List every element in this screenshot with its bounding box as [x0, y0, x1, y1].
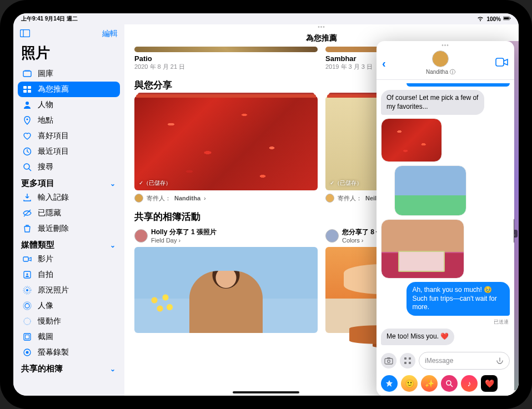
message-image[interactable]: [381, 219, 464, 279]
live-icon: [22, 285, 32, 295]
chevron-down-icon: ⌄: [110, 365, 116, 373]
svg-rect-7: [23, 86, 27, 89]
svg-rect-35: [409, 357, 411, 360]
edit-button[interactable]: 編輯: [102, 29, 118, 39]
appstore-app-icon[interactable]: [381, 375, 398, 392]
search-icon: [22, 162, 32, 172]
chevron-down-icon: ⌄: [110, 180, 116, 188]
imessage-app-strip: 🙂 ✨ ♪ ❤️: [377, 373, 514, 396]
foryou-icon: [22, 84, 32, 94]
sidebar-toggle-icon[interactable]: [20, 29, 30, 39]
sender-name: Neil: [365, 195, 377, 201]
svg-rect-8: [28, 86, 31, 89]
saved-badge: ✓（已儲存）: [139, 179, 171, 187]
portrait-icon: [22, 301, 32, 311]
sidebar-item-label: 原況照片: [38, 285, 69, 295]
message-bubble-out[interactable]: Ah, thank you so much! 🥹 Such fun trips—…: [406, 282, 510, 316]
back-button[interactable]: ‹: [382, 57, 386, 70]
svg-rect-9: [23, 90, 27, 93]
contact-header[interactable]: Nanditha ⓘ: [426, 51, 455, 76]
memory-date: 2020 年 8 月 21 日: [134, 63, 318, 71]
home-indicator[interactable]: [233, 391, 299, 393]
status-wifi-icon: [476, 16, 484, 22]
svg-rect-34: [404, 357, 406, 360]
sidebar-item-label: 影片: [38, 254, 53, 264]
app-title: 照片: [18, 43, 120, 66]
music-app-icon[interactable]: ♪: [461, 375, 478, 392]
sidebar-item-slomo[interactable]: 慢動作: [18, 314, 120, 329]
sidebar-section-more[interactable]: 更多項目 ⌄: [18, 175, 120, 190]
sidebar-item-screen-recording[interactable]: 螢幕錄製: [18, 345, 120, 360]
sidebar-item-screenshots[interactable]: 截圖: [18, 329, 120, 345]
svg-line-15: [29, 169, 31, 171]
message-placeholder: iMessage: [425, 357, 453, 365]
sidebar-item-foryou[interactable]: 為您推薦: [18, 82, 120, 97]
sidebar-section-shared-albums[interactable]: 共享的相簿 ⌄: [18, 360, 120, 375]
sidebar-item-label: 自拍: [38, 270, 53, 280]
camera-button[interactable]: [381, 353, 397, 368]
svg-line-39: [450, 385, 453, 387]
message-image[interactable]: [394, 165, 466, 216]
heart-icon: [22, 131, 32, 141]
stickers-app-icon[interactable]: ✨: [421, 375, 438, 392]
message-bubble-in[interactable]: Of course! Let me pick a few of my favor…: [381, 90, 484, 115]
slideover-handle[interactable]: [514, 219, 514, 243]
sidebar-item-imports[interactable]: 輸入記錄: [18, 190, 120, 205]
sidebar-item-label: 喜好項目: [38, 131, 69, 141]
sidebar-item-hidden[interactable]: 已隱藏: [18, 205, 120, 221]
slideover-grip-icon[interactable]: •••: [134, 24, 509, 29]
facetime-button[interactable]: [495, 58, 509, 69]
avatar: [325, 229, 339, 243]
sidebar-item-videos[interactable]: 影片: [18, 251, 120, 267]
sidebar-item-library[interactable]: 圖庫: [18, 66, 120, 82]
sidebar-item-people[interactable]: 人物: [18, 97, 120, 113]
memory-tile[interactable]: Patio 2020 年 8 月 21 日: [134, 47, 318, 71]
dictation-button[interactable]: [494, 355, 506, 367]
delivered-status: 已送達: [493, 319, 510, 326]
svg-rect-10: [28, 90, 31, 93]
svg-rect-17: [23, 257, 28, 261]
digital-touch-app-icon[interactable]: ❤️: [481, 375, 498, 392]
video-icon: [22, 254, 32, 264]
app-drawer-button[interactable]: [400, 353, 415, 368]
sender-name: Nanditha: [174, 195, 200, 201]
message-image[interactable]: [381, 118, 442, 162]
sidebar-item-recently-deleted[interactable]: 最近刪除: [18, 221, 120, 236]
sidebar-item-search[interactable]: 搜尋: [18, 159, 120, 175]
shared-stack[interactable]: ✓（已儲存） 寄件人： Nanditha ›: [134, 96, 318, 203]
sidebar-item-portrait[interactable]: 人像: [18, 298, 120, 314]
sidebar-item-places[interactable]: 地點: [18, 113, 120, 128]
sender-prefix: 寄件人：: [338, 194, 362, 203]
sidebar-item-label: 已隱藏: [38, 208, 61, 218]
photos-search-app-icon[interactable]: [441, 375, 458, 392]
album-thumbnail: [134, 247, 318, 333]
shared-photo: ✓（已儲存）: [134, 96, 318, 190]
sidebar-section-media-types[interactable]: 媒體類型 ⌄: [18, 236, 120, 251]
svg-point-14: [24, 164, 29, 169]
import-icon: [22, 193, 32, 203]
avatar: [134, 194, 143, 203]
shared-sender[interactable]: 寄件人： Nanditha ›: [134, 194, 318, 203]
message-thread[interactable]: Of course! Let me pick a few of my favor…: [377, 80, 514, 349]
sidebar-item-favorites[interactable]: 喜好項目: [18, 128, 120, 144]
svg-point-29: [26, 351, 29, 354]
memoji-app-icon[interactable]: 🙂: [401, 375, 418, 392]
sidebar-item-live-photos[interactable]: 原況照片: [18, 282, 120, 298]
message-input[interactable]: iMessage: [419, 352, 510, 370]
sidebar-item-selfies[interactable]: 自拍: [18, 267, 120, 282]
library-icon: [22, 69, 32, 79]
contact-name: Nanditha ⓘ: [426, 68, 455, 76]
sidebar-item-label: 輸入記錄: [38, 193, 69, 203]
status-time: 上午9:41 9月14日 週二: [21, 15, 78, 23]
album-activity-tile[interactable]: Holly 分享了 1 張照片 Field Day ›: [134, 228, 318, 333]
svg-rect-5: [23, 71, 31, 77]
slideover-grip-icon[interactable]: •••: [377, 41, 514, 49]
sidebar-item-recent[interactable]: 最近項目: [18, 144, 120, 159]
svg-point-19: [26, 273, 28, 275]
sidebar-item-label: 為您推薦: [38, 84, 69, 94]
sidebar-item-label: 人像: [38, 301, 53, 311]
message-bubble-in[interactable]: Me too! Miss you. ❤️: [381, 329, 454, 345]
svg-rect-1: [504, 17, 509, 19]
status-battery-icon: [503, 16, 511, 22]
sidebar-item-label: 人物: [38, 100, 53, 110]
